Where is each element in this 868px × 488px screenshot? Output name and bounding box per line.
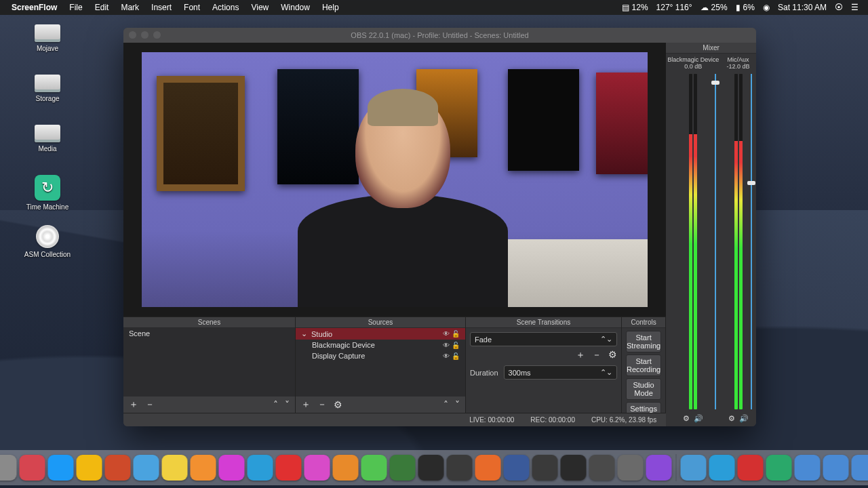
add-transition-button[interactable]: ＋ (576, 349, 585, 361)
dock-right-4[interactable] (795, 455, 821, 481)
transition-properties-button[interactable]: ⚙ (608, 349, 617, 361)
dock-app-25[interactable] (646, 455, 672, 481)
dock-right-2[interactable] (738, 455, 764, 481)
gear-icon[interactable]: ⚙ (728, 414, 735, 423)
controls-header: Controls (622, 317, 665, 328)
menu-font[interactable]: Font (178, 3, 206, 12)
menu-mark[interactable]: Mark (115, 3, 145, 12)
live-status: LIVE: 00:00:00 (469, 416, 514, 424)
duration-input[interactable]: 300ms⌃⌄ (504, 365, 617, 380)
dock-app-8[interactable] (162, 455, 188, 481)
desktop-icon-mojave[interactable]: Mojave (20, 24, 75, 52)
dock-app-7[interactable] (134, 455, 159, 481)
menu-actions[interactable]: Actions (206, 3, 245, 12)
menu-edit[interactable]: Edit (89, 3, 115, 12)
remove-scene-button[interactable]: － (145, 399, 155, 411)
scene-row[interactable]: Scene (123, 328, 295, 339)
close-icon[interactable] (129, 31, 136, 39)
start-recording-button[interactable]: Start Recording (626, 354, 661, 376)
mixer-db: -12.0 dB (727, 63, 750, 70)
lock-icon[interactable]: 🔓 (452, 342, 460, 349)
desktop-icon-asm-collection[interactable]: ASM Collection (20, 225, 75, 258)
visibility-icon[interactable]: 👁 (443, 330, 450, 338)
source-row[interactable]: ⌄Studio👁🔓 (296, 328, 465, 340)
dock-app-21[interactable] (532, 455, 558, 481)
zoom-icon[interactable] (153, 31, 161, 39)
mixer-channel-name: Mic/Aux (728, 56, 749, 63)
dock-app-22[interactable] (561, 455, 587, 481)
dock-right-1[interactable] (709, 455, 735, 481)
scene-down-button[interactable]: ˅ (285, 399, 290, 410)
dock-app-6[interactable] (105, 455, 131, 481)
gear-icon[interactable]: ⚙ (683, 414, 690, 423)
dock-app-2[interactable] (0, 455, 17, 481)
dock-app-10[interactable] (219, 455, 245, 481)
scene-up-button[interactable]: ˄ (273, 399, 278, 410)
source-down-button[interactable]: ˅ (455, 399, 460, 410)
dock-app-20[interactable] (504, 455, 530, 481)
menu-insert[interactable]: Insert (145, 3, 178, 12)
mixer-fader[interactable] (749, 74, 753, 409)
dock-right-5[interactable] (823, 455, 849, 481)
mixer-fader[interactable] (713, 74, 717, 409)
dock-right-6[interactable] (852, 455, 869, 481)
status-pct1: ▤ 12% (618, 3, 652, 12)
dock-app-13[interactable] (304, 455, 330, 481)
mixer-db: 0.0 dB (684, 63, 702, 70)
lock-icon[interactable]: 🔓 (452, 352, 460, 360)
dock-app-4[interactable] (48, 455, 74, 481)
speaker-icon[interactable]: 🔊 (694, 414, 703, 423)
mixer-channel-name: Blackmagic Device (667, 56, 719, 63)
dock-app-18[interactable] (447, 455, 473, 481)
chevron-down-icon[interactable]: ⌄ (301, 329, 307, 338)
dock-app-16[interactable] (390, 455, 416, 481)
menu-file[interactable]: File (63, 3, 88, 12)
desktop-icon-time-machine[interactable]: ↻Time Machine (20, 175, 75, 211)
menu-view[interactable]: View (245, 3, 275, 12)
remove-transition-button[interactable]: － (592, 349, 601, 361)
source-properties-button[interactable]: ⚙ (334, 399, 342, 410)
desktop-icon-media[interactable]: Media (20, 125, 75, 152)
clock[interactable]: Sat 11:30 AM (774, 3, 831, 12)
dock-app-23[interactable] (589, 455, 615, 481)
preview-area[interactable] (123, 43, 666, 317)
status-pct3: ▮ 6% (732, 3, 759, 12)
status-pct2: ☁ 25% (696, 3, 732, 12)
start-streaming-button[interactable]: Start Streaming (626, 331, 661, 352)
transition-select[interactable]: Fade⌃⌄ (470, 332, 617, 346)
app-name[interactable]: ScreenFlow (5, 3, 63, 12)
visibility-icon[interactable]: 👁 (443, 352, 450, 360)
dock-app-3[interactable] (20, 455, 45, 481)
source-up-button[interactable]: ˄ (443, 399, 448, 410)
dock-right-0[interactable] (681, 455, 707, 481)
dock-app-9[interactable] (191, 455, 216, 481)
dock-app-12[interactable] (276, 455, 302, 481)
dock-right-3[interactable] (766, 455, 792, 481)
visibility-icon[interactable]: 👁 (443, 342, 450, 349)
wifi-icon[interactable]: ◉ (759, 3, 774, 12)
mixer-panel: Mixer Blackmagic Device0.0 dB⚙🔊Mic/Aux-1… (666, 43, 756, 426)
studio-mode-button[interactable]: Studio Mode (626, 378, 661, 400)
source-row[interactable]: Display Capture👁🔓 (296, 350, 465, 361)
remove-source-button[interactable]: － (317, 399, 327, 411)
dock-app-19[interactable] (475, 455, 501, 481)
obs-titlebar[interactable]: OBS 22.0.1 (mac) - Profile: Untitled - S… (123, 28, 756, 43)
minimize-icon[interactable] (141, 31, 149, 39)
dock-app-24[interactable] (618, 455, 644, 481)
lock-icon[interactable]: 🔓 (452, 330, 460, 338)
notification-icon[interactable]: ☰ (847, 3, 863, 12)
add-source-button[interactable]: ＋ (301, 399, 311, 411)
speaker-icon[interactable]: 🔊 (739, 414, 749, 423)
dock-app-17[interactable] (418, 455, 444, 481)
menu-help[interactable]: Help (316, 3, 345, 12)
spotlight-icon[interactable]: ⦿ (831, 3, 847, 12)
desktop-icon-storage[interactable]: Storage (20, 75, 75, 102)
dock-app-15[interactable] (361, 455, 387, 481)
source-row[interactable]: Blackmagic Device👁🔓 (296, 340, 465, 350)
dock-app-11[interactable] (248, 455, 273, 481)
dock-app-5[interactable] (77, 455, 102, 481)
add-scene-button[interactable]: ＋ (129, 399, 138, 411)
controls-panel: Controls Start StreamingStart RecordingS… (622, 317, 666, 413)
menu-window[interactable]: Window (275, 3, 316, 12)
dock-app-14[interactable] (333, 455, 359, 481)
